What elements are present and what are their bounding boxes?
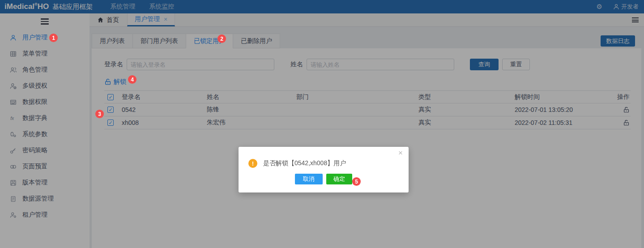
dialog-message: 是否解锁【0542,xh008】用户: [263, 159, 346, 167]
annotation-badge-2: 2: [218, 34, 226, 43]
annotation-badge-3: 3: [95, 110, 104, 118]
warning-icon: !: [248, 159, 257, 168]
dialog-body: ! 是否解锁【0542,xh008】用户: [239, 147, 409, 168]
dialog-footer: 取消 确定: [239, 174, 409, 184]
modal-overlay: [0, 0, 644, 248]
annotation-badge-4: 4: [128, 75, 136, 84]
dialog-close-icon[interactable]: ×: [398, 149, 403, 158]
annotation-badge-1: 1: [49, 34, 58, 42]
annotation-badge-5: 5: [352, 177, 361, 186]
confirm-button[interactable]: 确定: [326, 174, 352, 184]
confirm-unlock-dialog: × ! 是否解锁【0542,xh008】用户 取消 确定: [239, 147, 409, 192]
cancel-button[interactable]: 取消: [295, 174, 323, 184]
